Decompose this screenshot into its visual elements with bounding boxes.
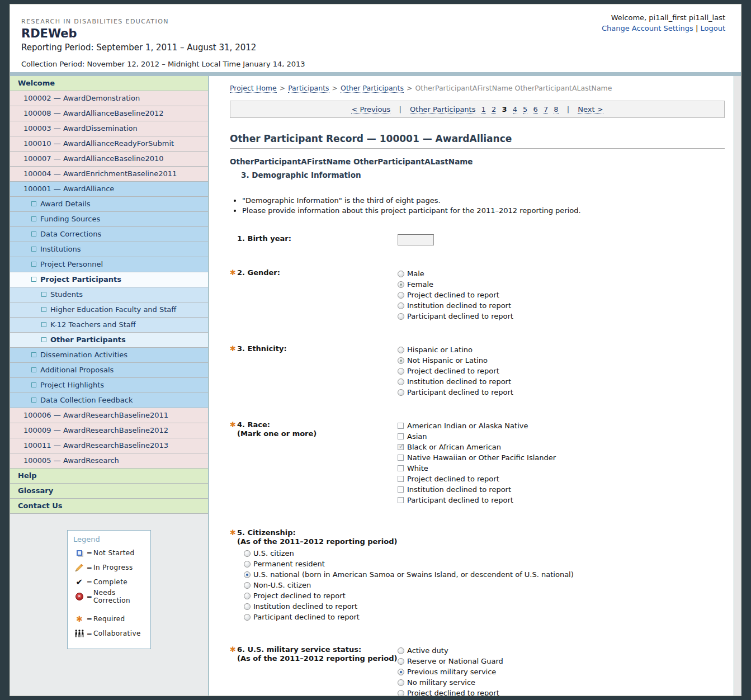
collection-period: Collection Period: November 12, 2012 – M… (21, 60, 305, 68)
citizenship-radio-non-us-citizen[interactable] (244, 582, 251, 589)
question-military-service: ✱6. U.S. military service status: (As of… (230, 645, 725, 696)
page: RESEARCH IN DISABILITIES EDUCATION RDEWe… (10, 4, 741, 696)
sidebar-item-award-100006[interactable]: 100006 — AwardResearchBaseline2011 (10, 408, 208, 423)
gender-radio-project-declined[interactable] (398, 292, 404, 299)
ethnicity-radio-hispanic[interactable] (398, 347, 404, 353)
sidebar-item-other-participants[interactable]: Other Participants (10, 333, 208, 348)
required-icon: ✱ (230, 420, 237, 429)
race-checkbox-native-hawaiian[interactable] (398, 455, 404, 461)
sidebar-item-additional-proposals[interactable]: Additional Proposals (10, 363, 208, 378)
sidebar-item-data-collection-feedback[interactable]: Data Collection Feedback (10, 393, 208, 408)
pager-other-participants-link[interactable]: Other Participants (410, 105, 475, 114)
ethnicity-radio-participant-declined[interactable] (398, 389, 404, 396)
sidebar-item-award-100010[interactable]: 100010 — AwardAllianceReadyForSubmit (10, 136, 208, 152)
instruction-item: "Demographic Information" is the third o… (242, 196, 725, 205)
sidebar-item-funding-sources[interactable]: Funding Sources (10, 212, 208, 227)
not-started-icon (31, 352, 36, 357)
sidebar-item-contact-us[interactable]: Contact Us (10, 499, 208, 514)
ethnicity-radio-project-declined[interactable] (398, 368, 404, 375)
citizenship-radio-project-declined[interactable] (244, 593, 251, 599)
race-checkbox-asian[interactable] (398, 433, 404, 439)
gender-radio-female-selected[interactable] (398, 281, 404, 288)
required-icon: ✱ (230, 344, 237, 353)
pager-page-7[interactable]: 7 (544, 105, 548, 114)
pager-page-6[interactable]: 6 (533, 105, 537, 114)
sidebar-item-award-100011[interactable]: 100011 — AwardResearchBaseline2013 (10, 438, 208, 453)
citizenship-radio-participant-declined[interactable] (244, 614, 251, 621)
sidebar-item-award-100003[interactable]: 100003 — AwardDissemination (10, 121, 208, 136)
not-started-icon (31, 216, 36, 221)
military-radio-reserve[interactable] (398, 658, 404, 665)
legend-label-collaborative: Collaborative (93, 630, 141, 637)
legend-label-not-started: Not Started (93, 549, 135, 557)
sidebar-item-award-100005[interactable]: 100005 — AwardResearch (10, 453, 208, 469)
race-checkbox-project-declined[interactable] (398, 476, 404, 482)
participant-name: OtherParticipantAFirstName OtherParticip… (230, 157, 725, 166)
sidebar-item-students[interactable]: Students (10, 287, 208, 302)
instruction-item: Please provide information about this pr… (242, 206, 725, 215)
military-radio-project-declined[interactable] (398, 690, 404, 697)
gender-radio-male[interactable] (398, 271, 404, 277)
sidebar-item-institutions[interactable]: Institutions (10, 242, 208, 257)
sidebar-item-help[interactable]: Help (10, 469, 208, 484)
sidebar-item-glossary[interactable]: Glossary (10, 484, 208, 499)
sidebar-item-award-100004[interactable]: 100004 — AwardEnrichmentBaseline2011 (10, 167, 208, 182)
change-account-settings-link[interactable]: Change Account Settings (602, 24, 693, 32)
ethnicity-radio-institution-declined[interactable] (398, 379, 404, 385)
question-race: ✱4. Race: (Mark one or more) American In… (230, 420, 725, 505)
sidebar-item-award-100007[interactable]: 100007 — AwardAllianceBaseline2010 (10, 152, 208, 167)
military-radio-active-duty[interactable] (398, 647, 404, 654)
pager-page-2[interactable]: 2 (492, 105, 496, 114)
race-checkbox-white[interactable] (398, 465, 404, 471)
pager-next-link[interactable]: Next > (578, 105, 603, 114)
legend-box: Legend = Not Started = In Progress ✔ = (67, 530, 151, 649)
sidebar-item-award-details[interactable]: Award Details (10, 197, 208, 212)
sidebar-item-award-100008[interactable]: 100008 — AwardAllianceBaseline2012 (10, 106, 208, 121)
welcome-user: Welcome, pi1all_first pi1all_last (602, 12, 725, 23)
not-started-icon (31, 262, 36, 267)
gender-radio-institution-declined[interactable] (398, 302, 404, 309)
citizenship-radio-us-national-selected[interactable] (244, 571, 251, 578)
logout-link[interactable]: Logout (700, 24, 725, 32)
sidebar-item-welcome[interactable]: Welcome (10, 76, 208, 91)
sidebar-item-award-100009[interactable]: 100009 — AwardResearchBaseline2012 (10, 423, 208, 438)
sidebar-item-dissemination-activities[interactable]: Dissemination Activities (10, 348, 208, 363)
birth-year-input[interactable] (398, 234, 434, 245)
collaborative-icon (73, 630, 86, 637)
citizenship-radio-institution-declined[interactable] (244, 603, 251, 610)
breadcrumb-other-participants[interactable]: Other Participants (341, 84, 404, 93)
ethnicity-radio-not-hispanic-selected[interactable] (398, 357, 404, 364)
scrollbar-track[interactable] (734, 76, 741, 696)
breadcrumb-project-home[interactable]: Project Home (230, 84, 277, 93)
military-radio-previous-selected[interactable] (398, 669, 404, 675)
not-started-icon (41, 322, 46, 327)
citizenship-label: 5. Citizenship: (237, 528, 296, 537)
header: RESEARCH IN DISABILITIES EDUCATION RDEWe… (10, 4, 741, 72)
sidebar-item-award-100002[interactable]: 100002 — AwardDemonstration (10, 91, 208, 106)
sidebar-item-k12-teachers-and-staff[interactable]: K-12 Teachers and Staff (10, 318, 208, 333)
race-label: 4. Race: (237, 420, 270, 429)
sidebar-item-project-participants[interactable]: Project Participants (10, 272, 208, 287)
pager-page-1[interactable]: 1 (481, 105, 486, 114)
in-progress-icon (73, 563, 86, 572)
pager-page-5[interactable]: 5 (523, 105, 527, 114)
race-checkbox-black-checked[interactable] (398, 444, 404, 450)
race-checkbox-participant-declined[interactable] (398, 497, 404, 503)
gender-radio-participant-declined[interactable] (398, 313, 404, 320)
sidebar-item-project-highlights[interactable]: Project Highlights (10, 378, 208, 393)
sidebar-item-project-personnel[interactable]: Project Personnel (10, 257, 208, 272)
pager-page-8[interactable]: 8 (554, 105, 558, 114)
military-radio-no-service[interactable] (398, 679, 404, 686)
pager-previous-link[interactable]: < Previous (351, 105, 390, 114)
breadcrumb: Project Home>Participants>Other Particip… (230, 84, 725, 92)
sidebar-item-data-corrections[interactable]: Data Corrections (10, 227, 208, 242)
required-icon: ✱ (230, 645, 237, 654)
sidebar-item-higher-education-faculty-and-staff[interactable]: Higher Education Faculty and Staff (10, 302, 208, 318)
citizenship-radio-us-citizen[interactable] (244, 550, 251, 557)
breadcrumb-participants[interactable]: Participants (288, 84, 329, 93)
race-checkbox-institution-declined[interactable] (398, 486, 404, 493)
pager-page-4[interactable]: 4 (513, 105, 517, 114)
sidebar-item-award-100001[interactable]: 100001 — AwardAlliance (10, 182, 208, 197)
race-checkbox-american-indian[interactable] (398, 423, 404, 429)
citizenship-radio-permanent-resident[interactable] (244, 561, 251, 567)
